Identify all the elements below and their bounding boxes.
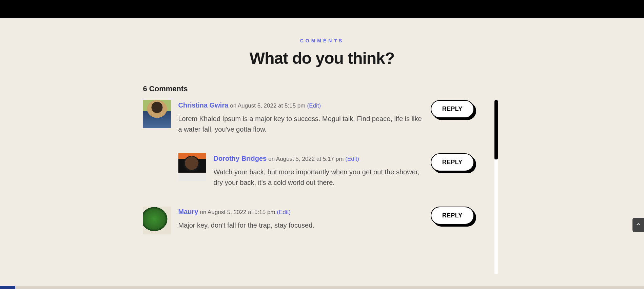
comment-edit-link[interactable]: (Edit) — [277, 209, 291, 215]
back-to-top-button[interactable] — [632, 218, 644, 232]
comment-text: Major key, don't fall for the trap, stay… — [178, 220, 425, 231]
comment-edit-link[interactable]: (Edit) — [345, 156, 359, 162]
avatar — [143, 100, 171, 128]
comment-meta: Maury on August 5, 2022 at 5:15 pm (Edit… — [178, 207, 425, 217]
comment-text: Lorem Khaled Ipsum is a major key to suc… — [178, 114, 425, 135]
comments-section: COMMENTS What do you think? 6 Comments C… — [0, 18, 644, 289]
comment-edit-link[interactable]: (Edit) — [307, 102, 321, 109]
reply-button[interactable]: REPLY — [431, 153, 474, 171]
comment-meta: Christina Gwira on August 5, 2022 at 5:1… — [178, 100, 425, 110]
comment-date: on August 5, 2022 at 5:15 pm — [230, 102, 305, 109]
scrollbar-track[interactable] — [494, 100, 498, 274]
top-navbar — [0, 0, 644, 18]
comment-item: Dorothy Bridges on August 5, 2022 at 5:1… — [178, 153, 474, 188]
reply-button[interactable]: REPLY — [431, 100, 474, 118]
reply-button[interactable]: REPLY — [431, 207, 474, 225]
comments-scroll-area: Christina Gwira on August 5, 2022 at 5:1… — [143, 100, 501, 274]
scrollbar-thumb[interactable] — [494, 100, 498, 159]
footer-strip — [0, 286, 644, 289]
comment-meta: Dorothy Bridges on August 5, 2022 at 5:1… — [214, 153, 425, 163]
chevron-up-icon — [636, 221, 641, 228]
comment-author-link[interactable]: Dorothy Bridges — [214, 155, 267, 162]
section-eyebrow: COMMENTS — [143, 38, 501, 43]
comment-item: Christina Gwira on August 5, 2022 at 5:1… — [143, 100, 474, 135]
section-heading: What do you think? — [143, 49, 501, 68]
comment-item: Maury on August 5, 2022 at 5:15 pm (Edit… — [143, 207, 474, 234]
comment-date: on August 5, 2022 at 5:17 pm — [268, 156, 344, 162]
comment-author-link[interactable]: Christina Gwira — [178, 101, 229, 109]
comment-date: on August 5, 2022 at 5:15 pm — [200, 209, 275, 215]
comment-author-link[interactable]: Maury — [178, 208, 198, 215]
comments-count: 6 Comments — [143, 84, 501, 93]
comment-text: Watch your back, but more importantly wh… — [214, 167, 425, 188]
avatar — [143, 207, 171, 234]
avatar — [178, 153, 206, 181]
